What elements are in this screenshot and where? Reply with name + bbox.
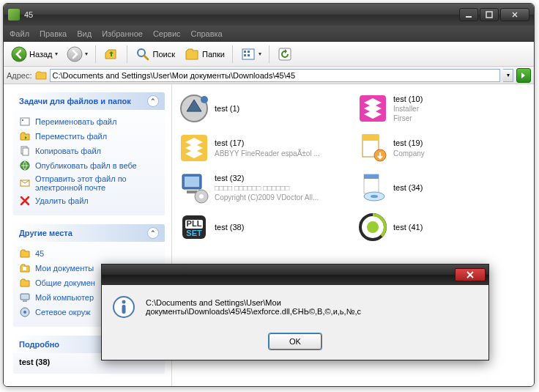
tasks-panel-title: Задачи для файлов и папок: [19, 97, 131, 106]
menubar: Файл Правка Вид Избранное Сервис Справка: [4, 26, 534, 42]
svg-rect-8: [244, 54, 246, 56]
minimize-button[interactable]: [459, 8, 478, 21]
file-item[interactable]: test (10)InstallerFirser: [357, 90, 528, 127]
close-button[interactable]: [500, 8, 529, 21]
task-copy[interactable]: Копировать файл: [19, 144, 159, 158]
svg-rect-12: [22, 119, 23, 121]
svg-rect-11: [21, 118, 29, 125]
svg-rect-19: [23, 300, 27, 302]
dialog-message: C:\Documents and Settings\User\Мои докум…: [146, 298, 478, 316]
back-button[interactable]: Назад ▾: [8, 45, 61, 64]
file-item[interactable]: test (1): [178, 90, 349, 127]
tasks-panel-header[interactable]: Задачи для файлов и папок ⌃: [13, 92, 165, 110]
places-panel-header[interactable]: Другие места ⌃: [13, 224, 165, 242]
svg-rect-30: [185, 177, 199, 187]
svg-rect-18: [21, 294, 29, 300]
views-dropdown-icon: ▾: [259, 51, 261, 57]
svg-rect-0: [466, 16, 472, 18]
collapse-icon: ⌃: [147, 227, 159, 239]
titlebar[interactable]: 45: [4, 4, 534, 26]
menu-file[interactable]: Файл: [10, 29, 29, 38]
svg-rect-27: [363, 135, 379, 141]
svg-point-37: [371, 195, 378, 198]
message-dialog: C:\Documents and Settings\User\Мои докум…: [101, 264, 489, 360]
task-rename[interactable]: Переименовать файл: [19, 114, 159, 129]
file-item[interactable]: test (41): [357, 209, 528, 245]
task-move[interactable]: Переместить файл: [19, 129, 159, 144]
app-icon: [8, 9, 20, 21]
dialog-close-button[interactable]: [455, 268, 486, 281]
file-item[interactable]: PLLSET test (38): [178, 209, 349, 245]
search-button[interactable]: Поиск: [132, 45, 178, 64]
svg-rect-35: [364, 174, 379, 179]
svg-point-45: [122, 300, 126, 304]
svg-text:PLL: PLL: [187, 219, 202, 228]
svg-rect-46: [122, 305, 126, 314]
go-button[interactable]: [516, 68, 531, 83]
svg-point-3: [67, 47, 82, 62]
task-delete[interactable]: Удалить файл: [19, 193, 159, 208]
place-parent-folder[interactable]: 45: [19, 246, 159, 261]
back-label: Назад: [29, 50, 53, 59]
window-title: 45: [24, 10, 459, 19]
views-button[interactable]: ▾: [237, 45, 264, 64]
menu-tools[interactable]: Сервис: [153, 29, 181, 38]
address-input[interactable]: [50, 69, 500, 82]
svg-point-2: [12, 47, 26, 62]
svg-rect-9: [248, 54, 250, 56]
ok-button[interactable]: OK: [269, 333, 321, 350]
info-icon: [112, 295, 135, 319]
folder-icon: [35, 70, 47, 81]
back-dropdown-icon: ▾: [55, 51, 58, 57]
menu-view[interactable]: Вид: [77, 29, 92, 38]
up-button[interactable]: [100, 45, 122, 64]
forward-button[interactable]: ▾: [64, 45, 91, 64]
menu-help[interactable]: Справка: [191, 29, 223, 38]
svg-text:SET: SET: [186, 229, 202, 237]
address-dropdown[interactable]: ▾: [503, 69, 513, 82]
details-panel-title: Подробно: [19, 340, 59, 349]
menu-favorites[interactable]: Избранное: [102, 29, 143, 38]
menu-edit[interactable]: Правка: [40, 29, 67, 38]
address-bar: Адрес: ▾: [4, 67, 534, 84]
search-label: Поиск: [153, 50, 175, 59]
folders-label: Папки: [202, 50, 225, 59]
svg-rect-14: [23, 148, 29, 155]
dialog-titlebar[interactable]: [102, 265, 488, 285]
svg-rect-6: [244, 51, 246, 53]
svg-point-33: [199, 194, 204, 199]
svg-point-43: [367, 221, 379, 233]
svg-rect-7: [248, 51, 250, 53]
file-item[interactable]: test (34): [357, 169, 528, 206]
svg-rect-17: [23, 267, 26, 270]
address-label: Адрес:: [7, 71, 32, 80]
folders-button[interactable]: Папки: [181, 45, 228, 64]
svg-rect-1: [486, 12, 492, 18]
places-panel-title: Другие места: [19, 229, 73, 237]
file-item[interactable]: test (19)Company: [357, 130, 528, 166]
svg-point-21: [23, 311, 26, 314]
svg-point-23: [201, 96, 208, 103]
task-publish[interactable]: Опубликовать файл в вебе: [19, 158, 159, 173]
file-item[interactable]: test (17)ABBYY FineReader espaÃ±ol ...: [178, 130, 349, 166]
file-item[interactable]: test (32)□□□□ □□□□□□ □□□□□□Copyright (C)…: [178, 169, 349, 206]
collapse-icon: ⌃: [147, 95, 159, 107]
refresh-button[interactable]: [274, 45, 296, 64]
forward-dropdown-icon: ▾: [85, 51, 88, 57]
maximize-button[interactable]: [480, 8, 499, 21]
tasks-panel: Задачи для файлов и папок ⌃ Переименоват…: [12, 92, 166, 216]
toolbar: Назад ▾ ▾ Поиск Папки ▾: [4, 42, 534, 67]
task-email[interactable]: Отправить этот файл по электронной почте: [19, 173, 159, 193]
